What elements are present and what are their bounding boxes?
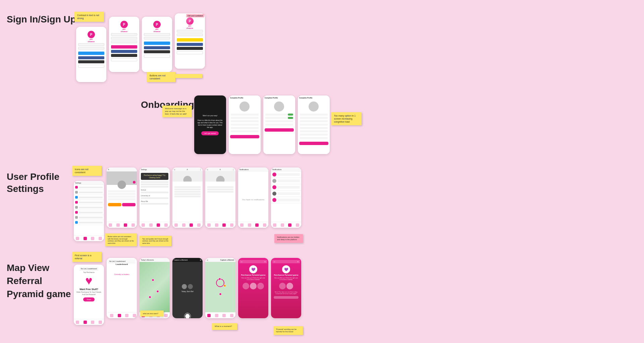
settings-2-wrapper: A — [107, 167, 137, 228]
signin-phone-2: P perchance — [109, 17, 139, 72]
contrast-sticky: Contrast in text is not strong — [74, 12, 104, 22]
map-section: Map View Referral Pyramid game First scr… — [7, 255, 637, 328]
moment-sticky: What is a moment? — [212, 323, 237, 330]
onboarding-section: Onboarding Welcome message as a pop-up m… — [141, 92, 637, 154]
settings-1-wrapper: Icons are not consistent Settings — [74, 181, 104, 241]
pyramid-2-phone: ◁ ⊙ 💜 Perchance Pyramid game One user li… — [271, 258, 301, 318]
map-screens: First screen is a referral No List | Lea… — [74, 255, 301, 328]
signin-phone-2-wrapper: P perchance — [109, 17, 139, 72]
notifications-list-phone: Notifications — [271, 167, 301, 228]
buttons-sticky: Buttons are not consistent — [147, 72, 175, 82]
old-outdated-label: Old and outdated — [186, 14, 204, 17]
map-5-wrapper: ◁ Capture a Moment What — [205, 258, 235, 318]
icons-sticky: Icons are not consistent — [72, 166, 102, 176]
pyramid-sticky: 'Pyramid' wording can be harmful for the… — [273, 326, 303, 335]
signin-phone-3: P perchance — [142, 17, 172, 72]
button-colors-sticky: Button colors are not consistent with th… — [105, 233, 137, 246]
signin-section: Sign In/Sign Up Contrast in text is not … — [7, 7, 637, 82]
map-1-wrapper: First screen is a referral No List | Lea… — [74, 265, 104, 325]
signin-screens: Contrast in text is not strong P perchan… — [76, 7, 205, 82]
section-title-map: Map View Referral Pyramid game — [7, 255, 74, 301]
complete-profile-2: Complete Profile — [263, 95, 295, 154]
map-phone: Today's Moments what are new users? — [140, 258, 170, 318]
capture-phone: Capture a Moment ⊞ Today, Don't Be — [172, 258, 203, 318]
referral-phone: No List | Leaderboard Top Perchance ♥ 0 … — [74, 265, 104, 325]
signin-phone-1: P perchance — [76, 27, 106, 82]
settings-5-wrapper: ◁ A ⋮ — [205, 167, 235, 228]
onboarding-screens: Welcome message as a pop-up may not be t… — [194, 92, 330, 154]
map-3-wrapper: Today's Moments what are new users? — [140, 258, 170, 318]
map-2-wrapper: No List | Leaderboard Leaderboard Curren… — [107, 258, 137, 318]
profile-view-phone: ◁ A ⋮ — [172, 167, 203, 228]
map-7-wrapper: ◁ ⊙ 💜 Perchance Pyramid game One user li… — [271, 258, 301, 318]
settings-screens: Icons are not consistent Settings — [74, 164, 301, 241]
signin-phone-4: P perchance — [175, 13, 205, 69]
settings-phone-3: Settings Perchance acting buggy? Try Cle… — [140, 167, 170, 228]
cognitive-load-sticky: Too many option in 1 screen increasing c… — [331, 112, 362, 125]
pyramid-1-phone: ◁ ⊙ 💜 Perchance Pyramid game One user li… — [238, 258, 268, 318]
dark-welcome-phone: Won't run your way!Here is a little bit … — [194, 95, 226, 154]
onboard-4-wrapper: Complete Profile Too — [298, 95, 330, 154]
outdated-sticky — [175, 74, 202, 78]
map-6-wrapper: ◁ ⊙ 💜 Perchance Pyramid game One user li… — [238, 258, 268, 318]
first-screen-sticky: First screen is a referral — [72, 252, 102, 262]
complete-profile-1: Complete Profile — [229, 95, 261, 154]
settings-3-wrapper: Settings Perchance acting buggy? Try Cle… — [140, 167, 170, 228]
settings-6-wrapper: Notifications You have no notifications — [238, 167, 268, 228]
signin-phone-4-wrapper: Old and outdated P perchance — [175, 13, 205, 69]
settings-phone-1: Settings — [74, 181, 104, 241]
profile-connections-phone: ◁ A ⋮ — [205, 167, 235, 228]
tips-guides-sticky: Tips and guides don't have enough contra… — [140, 236, 171, 247]
map-4-wrapper: Capture a Moment ⊞ Today, Don't Be — [172, 258, 203, 318]
complete-profile-3: Complete Profile — [298, 95, 330, 154]
onboard-3-wrapper: Complete Profile — [263, 95, 295, 154]
capture-map-phone: ◁ Capture a Moment — [205, 258, 235, 318]
leaderboard-phone: No List | Leaderboard Leaderboard Curren… — [107, 258, 137, 318]
settings-phone-2: A — [107, 167, 137, 228]
signin-screen-1-wrapper: Contrast in text is not strong P perchan… — [76, 17, 106, 82]
settings-7-wrapper: Notifications — [271, 167, 301, 228]
new-users-sticky: what are new users? — [140, 311, 164, 317]
settings-4-wrapper: ◁ A ⋮ — [172, 167, 203, 228]
onboard-2-wrapper: Complete Profile — [229, 95, 261, 154]
section-title-signin: Sign In/Sign Up — [7, 7, 76, 25]
section-title-settings: User Profile Settings — [7, 164, 74, 195]
settings-section: User Profile Settings Icons are not cons… — [7, 164, 637, 241]
welcome-sticky: Welcome message as a pop-up may not be t… — [162, 106, 192, 117]
signin-phone-3-wrapper: P perchance Buttons are not consistent — [142, 17, 172, 72]
onboard-1-wrapper: Welcome message as a pop-up may not be t… — [194, 95, 226, 154]
notifications-empty-phone: Notifications You have no notifications — [238, 167, 268, 228]
notifications-sticky: Notifications are too hidden and deep in… — [274, 234, 303, 243]
